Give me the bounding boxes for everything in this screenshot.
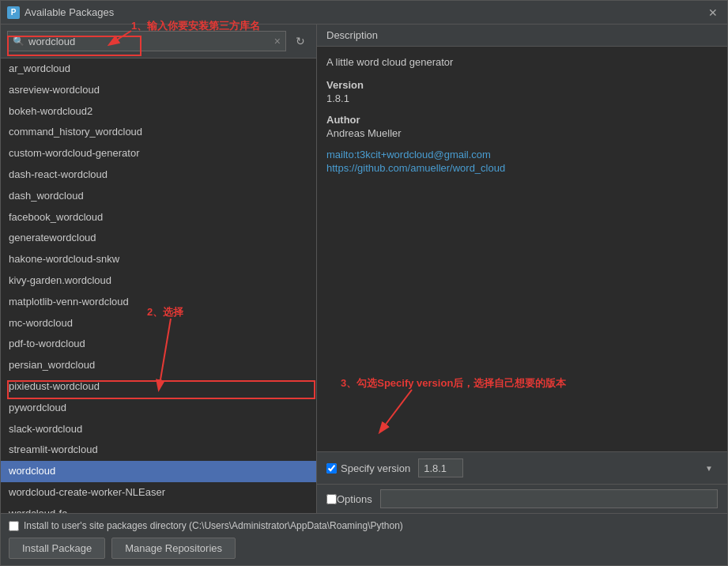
install-path-row: Install to user's site packages director… (9, 520, 719, 531)
main-window: P Available Packages ✕ 1、输入你要安装第三方库名 2、选… (0, 0, 728, 566)
list-item[interactable]: kivy-garden.wordcloud (1, 270, 316, 292)
list-item[interactable]: generatewordcloud (1, 228, 316, 249)
list-item[interactable]: wordcloud-fa (1, 504, 316, 513)
search-input-wrap: 🔍 × (7, 31, 286, 51)
list-item[interactable]: asreview-wordcloud (1, 80, 316, 101)
links-section: mailto:t3kcit+wordcloud@gmail.comhttps:/… (326, 149, 718, 174)
options-checkbox[interactable] (326, 494, 337, 504)
close-button[interactable]: ✕ (705, 5, 721, 21)
version-select[interactable]: 1.8.11.8.01.7.01.6.01.5.0 (418, 458, 463, 477)
list-item[interactable]: pixiedust-wordcloud (1, 376, 316, 398)
right-panel: Description A little word cloud generato… (317, 25, 727, 513)
manage-repositories-button[interactable]: Manage Repositories (111, 538, 236, 559)
search-input[interactable] (28, 36, 274, 47)
install-path-label: Install to user's site packages director… (24, 520, 403, 531)
list-item[interactable]: wordcloud-create-worker-NLEaser (1, 482, 316, 504)
bottom-bar: Install to user's site packages director… (1, 513, 727, 565)
version-row: Specify version 1.8.11.8.01.7.01.6.01.5.… (317, 451, 727, 484)
search-clear-button[interactable]: × (274, 35, 281, 47)
search-bar: 🔍 × ↻ (1, 25, 316, 58)
package-list[interactable]: ar_wordcloudasreview-wordcloudbokeh-word… (1, 58, 316, 513)
refresh-button[interactable]: ↻ (291, 32, 310, 51)
list-item[interactable]: wordcloud (1, 461, 316, 482)
list-item[interactable]: dash-react-wordcloud (1, 164, 316, 186)
list-item[interactable]: slack-wordcloud (1, 419, 316, 440)
specify-version-wrap: Specify version (326, 462, 410, 474)
options-row: Options (317, 484, 727, 513)
list-item[interactable]: pdf-to-wordcloud (1, 334, 316, 355)
options-input[interactable] (380, 489, 718, 508)
description-link[interactable]: https://github.com/amueller/word_cloud (326, 162, 718, 174)
list-item[interactable]: streamlit-wordcloud (1, 440, 316, 461)
list-item[interactable]: dash_wordcloud (1, 186, 316, 207)
version-value: 1.8.1 (326, 92, 718, 104)
specify-version-label: Specify version (341, 462, 410, 474)
options-label: Options (337, 493, 372, 505)
left-panel: 🔍 × ↻ ar_wordcloudasreview-wordcloudboke… (1, 25, 317, 513)
install-package-button[interactable]: Install Package (9, 538, 105, 559)
main-content: 🔍 × ↻ ar_wordcloudasreview-wordcloudboke… (1, 25, 727, 513)
author-label: Author (326, 114, 718, 126)
install-path-checkbox[interactable] (9, 521, 19, 531)
author-value: Andreas Mueller (326, 127, 718, 139)
specify-version-checkbox[interactable] (326, 463, 337, 474)
list-item[interactable]: hakone-wordcloud-snkw (1, 249, 316, 270)
window-icon: P (7, 6, 20, 19)
search-icon: 🔍 (13, 36, 25, 47)
list-item[interactable]: persian_wordcloud (1, 355, 316, 376)
desc-tagline: A little word cloud generator (326, 56, 718, 68)
list-item[interactable]: ar_wordcloud (1, 58, 316, 80)
description-link[interactable]: mailto:t3kcit+wordcloud@gmail.com (326, 149, 718, 160)
version-select-wrap: 1.8.11.8.01.7.01.6.01.5.0 (418, 458, 718, 477)
version-label: Version (326, 79, 718, 91)
list-item[interactable]: command_history_wordcloud (1, 122, 316, 143)
description-body: A little word cloud generator Version 1.… (317, 47, 727, 451)
list-item[interactable]: matplotlib-venn-wordcloud (1, 292, 316, 313)
list-item[interactable]: bokeh-wordcloud2 (1, 101, 316, 123)
list-item[interactable]: mc-wordcloud (1, 313, 316, 334)
window-title: Available Packages (25, 6, 705, 18)
list-item[interactable]: custom-wordcloud-generator (1, 143, 316, 164)
description-header: Description (317, 25, 727, 47)
title-bar: P Available Packages ✕ (1, 1, 727, 25)
button-row: Install Package Manage Repositories (9, 538, 719, 559)
options-checkbox-wrap: Options (326, 493, 372, 505)
list-item[interactable]: pywordcloud (1, 398, 316, 419)
list-item[interactable]: facebook_wordcloud (1, 207, 316, 228)
